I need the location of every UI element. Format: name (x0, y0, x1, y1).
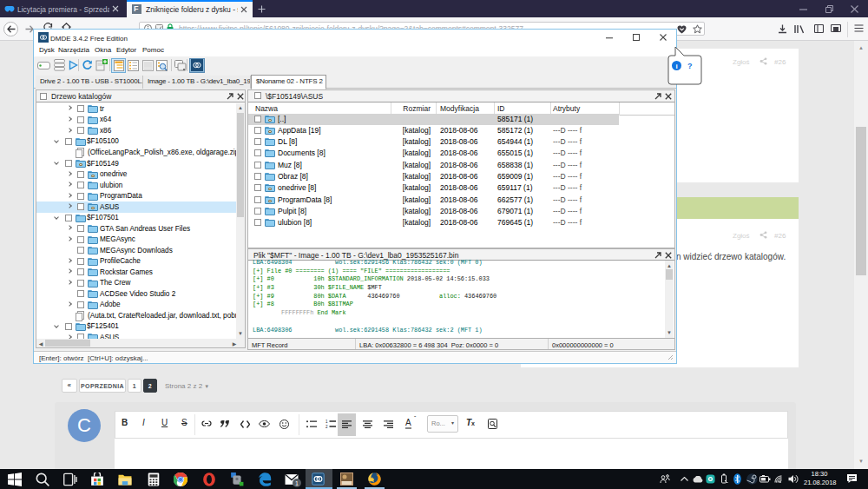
svg-text:1: 1 (295, 480, 299, 486)
svg-text:1: 1 (326, 420, 328, 424)
svg-text:?: ? (687, 62, 693, 70)
svg-text:2: 2 (326, 425, 328, 428)
svg-text:i: i (675, 63, 677, 70)
